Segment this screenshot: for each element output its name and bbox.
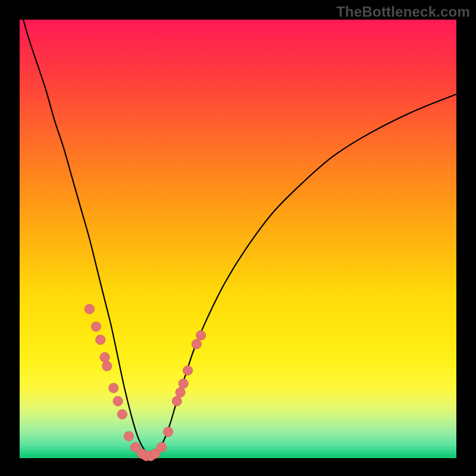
curve-marker [113,396,123,406]
curve-marker [84,304,94,314]
curve-marker [183,366,193,375]
curve-markers [84,304,205,461]
curve-marker [124,431,133,441]
chart-svg [20,20,456,458]
curve-marker [96,335,105,345]
curve-marker [156,443,166,452]
watermark-text: TheBottleneck.com [336,4,470,20]
curve-marker [163,427,173,437]
curve-marker [192,339,201,349]
curve-marker [109,383,118,393]
curve-marker [172,396,181,406]
curve-marker [176,387,185,397]
curve-marker [117,409,127,419]
curve-marker [91,322,101,331]
curve-marker [102,361,112,371]
curve-marker [178,379,188,389]
curve-marker [196,331,206,340]
outer-frame: TheBottleneck.com [0,0,476,476]
curve-marker [100,352,109,362]
bottleneck-curve [20,7,456,456]
